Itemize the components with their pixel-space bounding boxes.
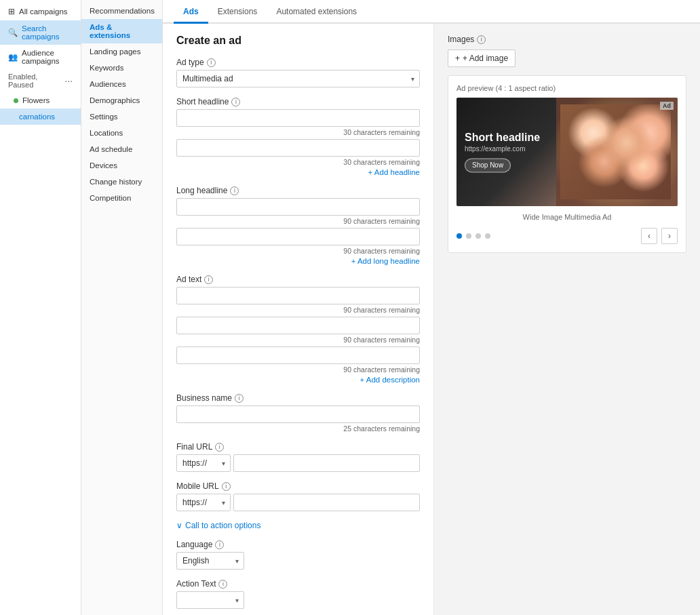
sidebar-second-competition[interactable]: Competition: [81, 190, 162, 206]
long-headline-input-2[interactable]: [176, 228, 420, 245]
action-text-label: Action Text i: [176, 579, 420, 589]
language-label: Language i: [176, 540, 420, 549]
long-headline-chars-2: 90 characters remaining: [176, 247, 420, 255]
sidebar-second-ads-extensions[interactable]: Ads & extensions: [81, 19, 162, 43]
status-dot: [14, 98, 18, 103]
language-select-wrapper: English French Spanish: [176, 552, 244, 570]
ad-type-select[interactable]: Multimedia ad Expanded text ad Responsiv…: [176, 70, 420, 87]
tab-automated-extensions[interactable]: Automated extensions: [267, 0, 366, 24]
images-info-icon[interactable]: i: [477, 35, 486, 44]
sidebar-second-recommendations[interactable]: Recommendations: [81, 3, 162, 19]
ad-text-info-icon[interactable]: i: [204, 275, 213, 284]
sidebar-second-locations[interactable]: Locations: [81, 125, 162, 141]
sidebar-item-search-campaigns[interactable]: 🔍 Search campaigns: [0, 20, 81, 45]
business-name-info-icon[interactable]: i: [235, 394, 244, 403]
ad-badge: Ad: [660, 102, 674, 110]
sidebar-second-devices[interactable]: Devices: [81, 157, 162, 174]
call-to-action-group: ∨ Call to action options: [176, 521, 420, 530]
sidebar-second-settings[interactable]: Settings: [81, 108, 162, 125]
long-headline-input-1[interactable]: [176, 198, 420, 216]
language-info-icon[interactable]: i: [215, 540, 224, 549]
sidebar-second: Recommendations Ads & extensions Landing…: [81, 0, 163, 615]
short-headline-chars-2: 30 characters remaining: [176, 158, 420, 166]
sidebar-item-audience-campaigns[interactable]: 👥 Audience campaigns: [0, 45, 81, 69]
mobile-url-input[interactable]: [233, 494, 420, 511]
mobile-url-info-icon[interactable]: i: [222, 482, 231, 491]
add-headline-link[interactable]: + Add headline: [176, 168, 420, 176]
preview-caption: Wide Image Multimedia Ad: [456, 213, 678, 221]
action-text-info-icon[interactable]: i: [218, 580, 227, 589]
business-name-chars: 25 characters remaining: [176, 424, 420, 433]
audience-icon: 👥: [8, 52, 18, 62]
short-headline-input-2[interactable]: [176, 139, 420, 157]
ad-text-group: Ad text i 90 characters remaining 90 cha…: [176, 275, 420, 384]
long-headline-info-icon[interactable]: i: [230, 186, 239, 195]
ad-preview-label: Ad preview (4 : 1 aspect ratio): [456, 84, 678, 92]
dots-row: ‹ ›: [456, 228, 678, 244]
ad-text-input-1[interactable]: [176, 287, 420, 304]
action-text-group: Action Text i: [176, 579, 420, 609]
final-url-info-icon[interactable]: i: [215, 443, 224, 452]
page-title: Create an ad: [176, 35, 420, 47]
ad-type-info-icon[interactable]: i: [207, 58, 216, 67]
call-to-action-toggle[interactable]: ∨ Call to action options: [176, 521, 420, 530]
prev-button[interactable]: ‹: [641, 228, 657, 244]
language-select[interactable]: English French Spanish: [176, 552, 244, 570]
preview-panel: Images i + + Add image Ad preview (4 : 1…: [434, 24, 700, 615]
dots-indicators: [456, 233, 490, 239]
sidebar-second-demographics[interactable]: Demographics: [81, 92, 162, 108]
short-headline-input-1[interactable]: [176, 109, 420, 127]
ad-text-input-3[interactable]: [176, 346, 420, 364]
final-url-protocol-select[interactable]: https:// http://: [176, 454, 231, 472]
add-description-link[interactable]: + Add description: [176, 376, 420, 384]
dot-indicator-4[interactable]: [485, 233, 490, 239]
ad-text-label: Ad text i: [176, 275, 420, 284]
mobile-url-protocol-wrapper: https:// http://: [176, 494, 231, 511]
sidebar-second-keywords[interactable]: Keywords: [81, 60, 162, 76]
add-image-button[interactable]: + + Add image: [448, 49, 516, 67]
short-headline-label: Short headline i: [176, 97, 420, 106]
business-name-input[interactable]: [176, 405, 420, 423]
flowers-overlay: [560, 104, 671, 199]
sidebar-item-flowers[interactable]: Flowers: [0, 92, 81, 108]
sidebar-second-ad-schedule[interactable]: Ad schedule: [81, 141, 162, 157]
action-text-select-wrapper: [176, 591, 244, 609]
final-url-protocol-wrapper: https:// http://: [176, 454, 231, 472]
tab-ads[interactable]: Ads: [174, 0, 208, 24]
enabled-paused-row: Enabled, Paused ···: [0, 69, 81, 92]
mobile-url-row: https:// http://: [176, 494, 420, 511]
ad-type-select-wrapper: Multimedia ad Expanded text ad Responsiv…: [176, 70, 420, 87]
form-panel: Create an ad Ad type i Multimedia ad Exp…: [163, 24, 434, 615]
short-headline-info-icon[interactable]: i: [231, 98, 240, 106]
final-url-input[interactable]: [233, 454, 420, 472]
final-url-group: Final URL i https:// http://: [176, 442, 420, 472]
ad-text-input-2[interactable]: [176, 317, 420, 334]
dot-indicator-3[interactable]: [475, 233, 481, 239]
mobile-url-protocol-select[interactable]: https:// http://: [176, 494, 231, 511]
sidebar-second-audiences[interactable]: Audiences: [81, 76, 162, 92]
ad-type-label: Ad type i: [176, 58, 420, 67]
long-headline-group: Long headline i 90 characters remaining …: [176, 186, 420, 265]
images-section-title: Images i: [448, 35, 686, 44]
ad-shop-button[interactable]: Shop Now: [465, 159, 511, 173]
language-group: Language i English French Spanish: [176, 540, 420, 570]
tab-extensions[interactable]: Extensions: [208, 0, 267, 24]
dot-indicator-2[interactable]: [466, 233, 471, 239]
sidebar-second-landing-pages[interactable]: Landing pages: [81, 43, 162, 60]
ad-text-overlay: Short headline https://example.com Shop …: [465, 131, 540, 172]
next-button[interactable]: ›: [661, 228, 678, 244]
final-url-label: Final URL i: [176, 442, 420, 452]
sidebar-second-change-history[interactable]: Change history: [81, 174, 162, 190]
long-headline-chars-1: 90 characters remaining: [176, 217, 420, 225]
dots-menu-button[interactable]: ···: [64, 75, 73, 86]
dot-indicator-1[interactable]: [456, 233, 462, 239]
sidebar-item-all-campaigns[interactable]: ⊞ All campaigns: [0, 3, 81, 20]
sidebar-left: ⊞ All campaigns 🔍 Search campaigns 👥 Aud…: [0, 0, 81, 615]
add-long-headline-link[interactable]: + Add long headline: [176, 257, 420, 265]
action-text-select[interactable]: [176, 591, 244, 609]
ad-url: https://example.com: [465, 146, 540, 153]
sidebar-item-carnations[interactable]: carnations: [0, 108, 81, 125]
long-headline-label: Long headline i: [176, 186, 420, 195]
ad-preview-box: Ad preview (4 : 1 aspect ratio) Ad Short…: [448, 75, 686, 253]
business-name-label: Business name i: [176, 393, 420, 403]
